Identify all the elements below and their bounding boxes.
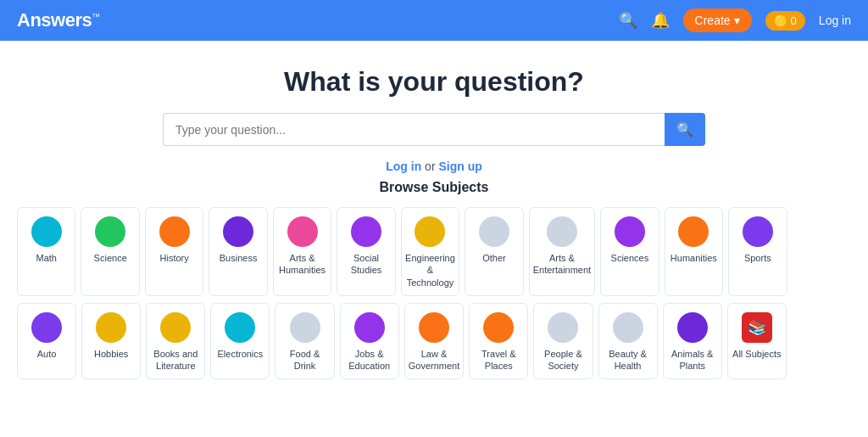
subject-card[interactable]: History xyxy=(145,207,203,296)
subject-dot xyxy=(678,216,709,247)
subject-label: Business xyxy=(220,252,258,264)
subject-card[interactable]: Social Studies xyxy=(337,207,395,296)
subject-dot xyxy=(615,216,645,247)
subject-label: All Subjects xyxy=(732,348,781,360)
subject-card[interactable]: Animals & Plants xyxy=(663,303,722,380)
subject-label: Books and Literature xyxy=(150,348,201,373)
subject-card[interactable]: Law & Government xyxy=(404,303,465,380)
header-right: 🔍 🔔 Create ▾ 🟡 0 Log in xyxy=(619,8,851,32)
notification-icon[interactable]: 🔔 xyxy=(651,11,670,30)
subject-label: Social Studies xyxy=(341,252,391,277)
login-prompt: Log in or Sign up xyxy=(386,160,482,173)
subject-card[interactable]: Food & Drink xyxy=(275,303,334,380)
subject-card[interactable]: Sciences xyxy=(600,207,659,296)
subject-label: Arts & Entertainment xyxy=(533,252,591,277)
subject-dot xyxy=(31,216,62,247)
subject-card[interactable]: Engineering & Technology xyxy=(401,207,459,296)
subject-label: Sciences xyxy=(611,252,649,264)
subject-card[interactable]: Math xyxy=(17,207,75,296)
subjects-row2: AutoHobbiesBooks and LiteratureElectroni… xyxy=(17,303,851,380)
subject-card[interactable]: Humanities xyxy=(665,207,723,296)
logo: Answers™ xyxy=(17,9,100,31)
login-link[interactable]: Log in xyxy=(819,14,851,27)
subject-dot xyxy=(225,312,255,343)
subject-label: Electronics xyxy=(218,348,264,360)
subject-card[interactable]: Hobbies xyxy=(81,303,141,380)
subject-dot xyxy=(287,216,318,247)
browse-subjects-title: Browse Subjects xyxy=(380,180,489,195)
subject-dot xyxy=(351,216,381,247)
chevron-down-icon: ▾ xyxy=(734,14,740,27)
subject-dot xyxy=(613,312,643,343)
subject-dot xyxy=(743,216,773,247)
subject-card[interactable]: Auto xyxy=(17,303,76,380)
subject-card[interactable]: People & Society xyxy=(533,303,593,380)
subject-dot xyxy=(290,312,320,343)
subject-label: Jobs & Education xyxy=(344,348,395,373)
create-button[interactable]: Create ▾ xyxy=(683,8,752,32)
subject-dot xyxy=(354,312,385,343)
subject-card[interactable]: Sports xyxy=(728,207,787,296)
subject-label: People & Society xyxy=(537,348,588,373)
subject-label: Science xyxy=(94,252,127,264)
subject-label: Law & Government xyxy=(409,348,460,373)
subject-card[interactable]: Travel & Places xyxy=(469,303,528,380)
subject-card[interactable]: Electronics xyxy=(210,303,270,380)
search-bar: 🔍 xyxy=(163,113,705,146)
subject-label: Humanities xyxy=(670,252,717,264)
subject-dot xyxy=(415,216,445,247)
subjects-row1: MathScienceHistoryBusinessArts & Humanit… xyxy=(17,207,851,296)
subject-label: Travel & Places xyxy=(473,348,524,373)
search-input[interactable] xyxy=(163,113,665,146)
subject-label: History xyxy=(160,252,189,264)
subject-label: Math xyxy=(36,252,56,264)
subject-card[interactable]: Arts & Humanities xyxy=(273,207,331,296)
login-prompt-link[interactable]: Log in xyxy=(386,160,421,173)
subject-label: Arts & Humanities xyxy=(277,252,327,277)
subject-dot xyxy=(223,216,253,247)
subject-card[interactable]: Beauty & Health xyxy=(598,303,658,380)
subject-dot xyxy=(160,312,191,343)
subject-label: Food & Drink xyxy=(279,348,330,373)
subject-card[interactable]: Books and Literature xyxy=(146,303,205,380)
main-content: What is your question? 🔍 Log in or Sign … xyxy=(0,41,868,388)
coin-icon: 🟡 xyxy=(774,14,787,27)
subject-label: Animals & Plants xyxy=(667,348,718,373)
all-subjects-icon: 📚 xyxy=(742,312,772,343)
subject-label: Hobbies xyxy=(94,348,128,360)
search-icon[interactable]: 🔍 xyxy=(619,11,637,30)
header: Answers™ 🔍 🔔 Create ▾ 🟡 0 Log in xyxy=(0,0,868,41)
subject-dot xyxy=(548,312,578,343)
subject-dot xyxy=(95,216,125,247)
subject-label: Beauty & Health xyxy=(603,348,654,373)
subject-card[interactable]: Business xyxy=(209,207,267,296)
subject-label: Sports xyxy=(744,252,771,264)
subject-dot xyxy=(483,312,514,343)
subject-card[interactable]: Other xyxy=(465,207,523,296)
subject-card[interactable]: 📚All Subjects xyxy=(727,303,787,380)
search-button[interactable]: 🔍 xyxy=(665,113,705,146)
subject-label: Engineering & Technology xyxy=(405,252,455,289)
subject-card[interactable]: Science xyxy=(81,207,139,296)
subject-dot xyxy=(96,312,126,343)
subject-card[interactable]: Arts & Entertainment xyxy=(529,207,595,296)
subject-dot xyxy=(677,312,708,343)
subject-label: Other xyxy=(482,252,506,264)
subject-card[interactable]: Jobs & Education xyxy=(340,303,399,380)
subject-dot xyxy=(547,216,577,247)
page-title: What is your question? xyxy=(284,66,584,98)
subject-dot xyxy=(419,312,449,343)
subject-label: Auto xyxy=(37,348,57,360)
signup-prompt-link[interactable]: Sign up xyxy=(438,160,481,173)
subject-dot xyxy=(31,312,62,343)
subject-dot xyxy=(159,216,190,247)
subject-dot xyxy=(479,216,509,247)
coins-badge: 🟡 0 xyxy=(765,11,805,31)
